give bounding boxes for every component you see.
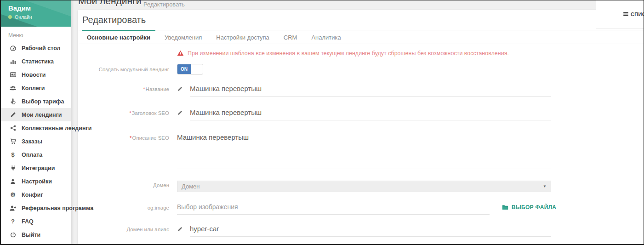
sidebar-item-label: Рабочий стол xyxy=(22,45,60,51)
domain-row: Домен Домен ▼ xyxy=(78,181,644,192)
user-panel: Вадим Онлайн xyxy=(0,0,71,27)
domain-select[interactable]: Домен ▼ xyxy=(177,181,551,192)
tab-notifications[interactable]: Уведомления xyxy=(160,30,207,44)
main-content: Мои лендинги Редактировать СПИСОК Редакт… xyxy=(71,0,644,245)
tab-access-settings[interactable]: Настройки доступа xyxy=(211,30,274,44)
domain-select-value: Домен xyxy=(182,183,543,190)
collective-icon xyxy=(8,125,17,131)
title-input[interactable]: Машинка перевертыш xyxy=(190,85,551,97)
settings-form: При изменении шаблона все изменения в ва… xyxy=(78,44,644,237)
tab-crm[interactable]: CRM xyxy=(279,30,302,44)
sidebar-menu: Рабочий стол Статистика Новости Коллеги … xyxy=(0,41,71,241)
sidebar-item-label: Выйти xyxy=(22,232,40,238)
sidebar-item-logout[interactable]: Выйти xyxy=(0,228,71,241)
sidebar-item-label: Статистика xyxy=(22,58,54,65)
sidebar-item-tariff[interactable]: Выбор тарифа xyxy=(0,95,71,108)
sidebar-item-label: Коллективные лендинги xyxy=(22,125,91,131)
sidebar-item-label: Заказы xyxy=(22,138,42,145)
title-label: Название xyxy=(146,86,169,92)
seo-title-label: Заголовок SEO xyxy=(131,110,169,116)
logout-icon xyxy=(8,231,17,238)
choose-file-label: ВЫБОР ФАЙЛА xyxy=(512,204,556,211)
sidebar-item-label: Мои лендинги xyxy=(22,112,62,118)
alias-input[interactable]: hyper-car xyxy=(190,225,551,237)
sidebar-item-settings[interactable]: Настройки xyxy=(0,175,71,188)
page-title: Мои лендинги xyxy=(78,0,141,6)
tab-label: Аналитика xyxy=(311,34,341,41)
modular-landing-row: Создать модульный лендинг ON xyxy=(78,64,644,74)
warning-icon xyxy=(177,50,184,57)
select-arrow-icon: ▼ xyxy=(543,184,547,188)
seo-description-label: Описание SEO xyxy=(132,135,169,141)
sidebar-item-label: Реферальная программа xyxy=(22,205,93,211)
referral-icon xyxy=(8,205,17,212)
seo-description-textarea[interactable]: Машинка перевертыш xyxy=(177,133,551,169)
sidebar-item-payment[interactable]: $ Оплата xyxy=(0,148,71,161)
sidebar-item-label: Интеграции xyxy=(22,165,55,171)
sidebar-item-label: Конфиг xyxy=(22,192,43,198)
modular-landing-toggle[interactable]: ON xyxy=(177,64,203,74)
card-header: Редактировать xyxy=(78,10,644,30)
tab-label: Уведомления xyxy=(165,34,202,41)
dashboard-icon xyxy=(8,45,17,51)
colleagues-icon xyxy=(8,85,17,92)
title-row: *Название Машинка перевертыш xyxy=(78,85,644,97)
tab-label: Настройки доступа xyxy=(216,34,269,41)
required-mark: * xyxy=(129,110,131,116)
sidebar-item-config[interactable]: ⚙ Конфиг xyxy=(0,188,71,201)
required-mark: * xyxy=(143,86,145,92)
sidebar-item-collective-landings[interactable]: Коллективные лендинги xyxy=(0,121,71,135)
sidebar-item-label: Оплата xyxy=(22,152,42,158)
sidebar-item-news[interactable]: Новости xyxy=(0,68,71,81)
seo-title-input[interactable]: Машинка перевертыш xyxy=(190,108,551,120)
sidebar-item-referral[interactable]: Реферальная программа xyxy=(0,201,71,215)
online-status-icon xyxy=(8,15,12,19)
warning-banner: При изменении шаблона все изменения в ва… xyxy=(177,50,644,57)
sidebar-item-orders[interactable]: Заказы xyxy=(0,135,71,148)
domain-label: Домен xyxy=(78,181,169,192)
og-image-row: og:image Выбор изображения ВЫБОР ФАЙЛА xyxy=(78,203,644,215)
sidebar-item-faq[interactable]: ? FAQ xyxy=(0,215,71,228)
tab-bar: Основные настройки Уведомления Настройки… xyxy=(78,30,644,44)
alias-label: Домен или алиас xyxy=(78,225,169,237)
choose-file-button[interactable]: ВЫБОР ФАЙЛА xyxy=(502,203,556,211)
sidebar-item-label: FAQ xyxy=(22,218,34,225)
stats-icon xyxy=(8,58,17,65)
sidebar-item-colleagues[interactable]: Коллеги xyxy=(0,81,71,95)
tab-label: Основные настройки xyxy=(87,34,150,41)
seo-title-row: *Заголовок SEO Машинка перевертыш xyxy=(78,108,644,120)
sidebar: Вадим Онлайн Меню Рабочий стол Статистик… xyxy=(0,0,71,245)
toggle-on-label: ON xyxy=(177,64,191,74)
list-button-label: СПИСОК xyxy=(631,11,644,17)
user-name: Вадим xyxy=(8,4,31,12)
tab-analytics[interactable]: Аналитика xyxy=(306,30,346,44)
required-mark: * xyxy=(130,135,131,141)
sidebar-item-label: Новости xyxy=(22,72,46,78)
payment-icon: $ xyxy=(8,151,17,158)
faq-icon: ? xyxy=(8,218,17,225)
user-status: Онлайн xyxy=(8,14,32,20)
config-icon: ⚙ xyxy=(8,191,17,198)
sidebar-item-integrations[interactable]: Интеграции xyxy=(0,161,71,175)
og-image-input[interactable]: Выбор изображения xyxy=(177,203,490,215)
sidebar-item-my-landings[interactable]: Мои лендинги xyxy=(0,108,71,121)
sidebar-item-label: Настройки xyxy=(22,178,52,185)
alias-row: Домен или алиас hyper-car xyxy=(78,225,644,237)
sidebar-item-dashboard[interactable]: Рабочий стол xyxy=(0,41,71,55)
modular-landing-label: Создать модульный лендинг xyxy=(78,67,169,72)
landings-icon xyxy=(8,111,17,118)
seo-description-row: *Описание SEO Машинка перевертыш xyxy=(78,133,644,169)
sidebar-item-label: Коллеги xyxy=(22,85,45,91)
tab-main-settings[interactable]: Основные настройки xyxy=(82,30,155,44)
edit-card: Редактировать Основные настройки Уведомл… xyxy=(78,10,644,245)
pencil-icon xyxy=(177,85,190,92)
sidebar-item-statistics[interactable]: Статистика xyxy=(0,55,71,68)
tariff-icon xyxy=(8,98,17,105)
list-icon xyxy=(623,11,629,17)
settings-icon xyxy=(8,178,17,185)
card-title: Редактировать xyxy=(82,15,146,25)
pencil-icon xyxy=(177,225,190,232)
orders-icon xyxy=(8,138,17,145)
list-button[interactable]: СПИСОК xyxy=(623,11,644,17)
warning-text: При изменении шаблона все изменения в ва… xyxy=(188,50,509,57)
